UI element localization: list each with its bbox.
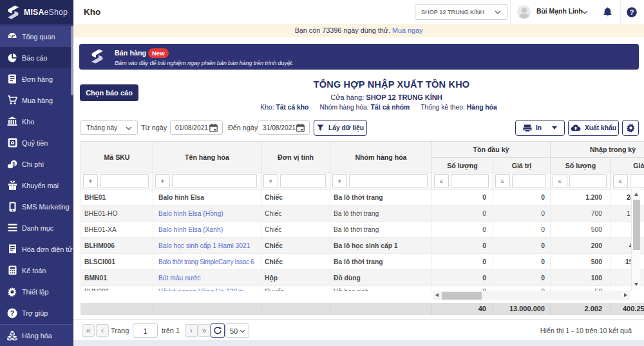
svg-text:$: $ [12,161,15,167]
svg-text:?: ? [630,8,634,16]
svg-text:?: ? [10,309,14,316]
